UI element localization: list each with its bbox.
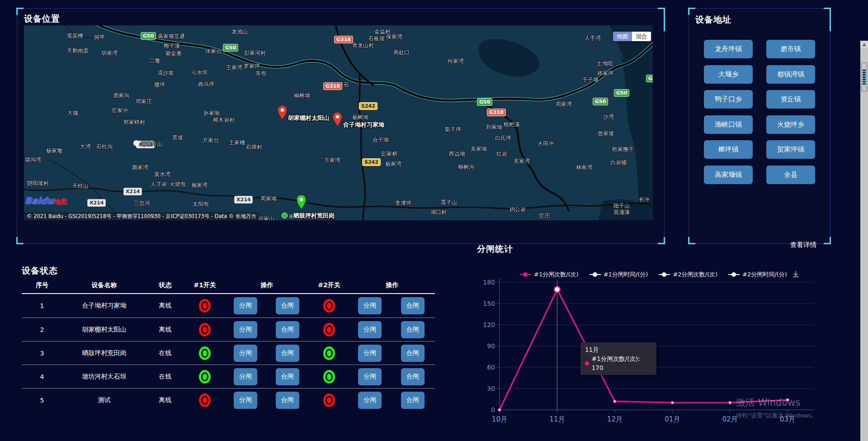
address-button-7[interactable]: 渔峡口镇 (704, 115, 753, 134)
map-place-label: 莲子山 (441, 199, 457, 206)
map-place-label: 邱家山 (258, 215, 274, 220)
indicator-dot (327, 303, 331, 309)
sw1-close-button[interactable]: 合闸 (276, 345, 299, 362)
sw2-open-button[interactable]: 分闸 (358, 368, 382, 385)
map-place-label: 樟木岩村 (213, 116, 235, 124)
map-place-label: 颜家湾 (132, 164, 148, 171)
map-attribution: © 2021 Baidu - GS(2019)5218号 - 甲测资字11009… (24, 212, 259, 220)
map-panel-title: 设备位置 (24, 13, 60, 25)
sw2-close-button[interactable]: 合闸 (401, 368, 425, 385)
address-button-11[interactable]: 高家堰镇 (704, 166, 753, 184)
road-badge-g318: G318 (487, 109, 506, 116)
column-header: 状态 (146, 281, 184, 289)
map-place-label: 彭家河村 (244, 49, 266, 57)
map-place-label: 笔架槽 (67, 32, 83, 40)
sw2-close-button[interactable]: 合闸 (401, 297, 425, 314)
sw2-open-button[interactable]: 分闸 (358, 392, 382, 409)
address-button-10[interactable]: 贺家坪镇 (766, 140, 815, 159)
baidu-logo: Baidu地图 (25, 195, 67, 206)
map-marker-pin[interactable] (277, 105, 288, 122)
sw1-open-button[interactable]: 分闸 (234, 321, 257, 338)
baidu-map[interactable]: 笔架槽洞坪天鹅抱蛋胡家湾高家堰互通梅子溪紫金寨张家台子彭家河村龙池山金益村石板坡… (24, 25, 653, 220)
scrollbar-up-arrow[interactable]: ▲ (860, 41, 868, 48)
scrollbar-track[interactable] (860, 41, 868, 441)
map-place-label: 方家台 (203, 137, 219, 144)
address-button-1[interactable]: 龙舟坪镇 (704, 40, 753, 58)
view-details-link[interactable]: 查看详情 (790, 241, 816, 249)
address-button-12[interactable]: 全县 (766, 166, 815, 184)
column-header: #2开关 (309, 281, 349, 289)
map-type-hybrid-button[interactable]: 混合 (632, 32, 651, 41)
road-badge-g50: G50 (223, 44, 238, 52)
address-button-5[interactable]: 鸭子口乡 (704, 90, 753, 109)
table-row: 4塘坊河村大石坝在线分闸合闸分闸合闸 (22, 365, 435, 388)
svg-text:10月: 10月 (492, 415, 507, 423)
map-place-label: 高家堰互通 (158, 33, 185, 40)
map-place-label: 流沙坡 (157, 69, 174, 77)
map-place-label: 青龙山村 (352, 42, 374, 49)
map-marker-pin[interactable] (332, 112, 343, 128)
indicator-dot (327, 350, 331, 356)
map-place-label: 林家湾 (576, 164, 592, 171)
sw1-open-button[interactable]: 分闸 (234, 297, 257, 314)
chart-section-title: 分闸统计 (477, 243, 513, 255)
sw2-open-button[interactable]: 分闸 (358, 321, 382, 338)
map-type-map-button[interactable]: 地图 (613, 32, 632, 41)
device-name: 塘坊河村大石坝 (62, 373, 146, 381)
device-status: 在线 (146, 373, 184, 381)
sw2 (309, 346, 349, 360)
sw2-open-button[interactable]: 分闸 (358, 297, 382, 314)
map-place-label: 胡家湾 (101, 49, 118, 57)
corner-accent (658, 237, 665, 244)
sw1-open-button[interactable]: 分闸 (234, 368, 257, 385)
address-button-9[interactable]: 榔坪镇 (704, 140, 753, 159)
sw1-close-button[interactable]: 合闸 (276, 297, 299, 314)
map-place-label: 王家棚 (229, 139, 245, 147)
scrollbar-thumb[interactable] (861, 62, 867, 91)
sw1 (184, 346, 225, 360)
switch-indicator-red (199, 323, 211, 337)
map-place-label: 长冲 (639, 196, 650, 204)
row-index: 5 (22, 397, 62, 404)
device-status: 离线 (146, 396, 184, 404)
road-badge-g318: G318 (334, 36, 353, 43)
row-index: 2 (22, 326, 62, 333)
sw1-close-button[interactable]: 合闸 (276, 368, 299, 385)
sw2-open-button[interactable]: 分闸 (358, 345, 382, 362)
sw1-open-button[interactable]: 分闸 (234, 345, 257, 362)
sw2-close-button[interactable]: 合闸 (401, 392, 425, 409)
map-place-label: 鸡公岩 (509, 206, 526, 213)
map-place-label: 合子坳 (373, 136, 389, 144)
sw2-close-button[interactable]: 合闸 (401, 345, 425, 362)
map-place-label: 泉水湾 (154, 171, 170, 178)
map-place-label: 梨子坪 (445, 126, 461, 133)
device-status: 离线 (146, 326, 184, 334)
device-address-panel: 设备地址 龙舟坪镇磨市镇大堰乡都镇湾镇鸭子口乡资丘镇渔峡口镇火烧坪乡榔坪镇贺家坪… (689, 8, 830, 244)
road-badge-g50: G50 (477, 98, 492, 106)
sw1-close-button[interactable]: 合闸 (276, 392, 299, 409)
address-button-4[interactable]: 都镇湾镇 (766, 65, 815, 84)
indicator-dot (203, 303, 207, 309)
device-name: 合子坳村习家坳 (62, 302, 146, 310)
switch-indicator-red (323, 323, 335, 337)
switch-indicator-green (323, 370, 335, 384)
map-place-label: 菖蒲溪 (613, 209, 630, 216)
svg-text:150: 150 (483, 300, 495, 307)
map-place-label: 路家坪 (597, 70, 613, 77)
sw2-close-button[interactable]: 合闸 (401, 321, 425, 338)
map-marker-pin[interactable] (296, 194, 307, 211)
address-button-6[interactable]: 资丘镇 (766, 90, 815, 109)
address-button-8[interactable]: 火烧坪乡 (766, 115, 815, 134)
sw1-close-button[interactable]: 合闸 (276, 321, 299, 338)
sw1-open-button[interactable]: 分闸 (234, 392, 257, 409)
address-button-2[interactable]: 磨市镇 (766, 40, 815, 58)
device-location-panel: 设备位置 笔架槽洞坪天鹅抱蛋胡家湾高家堰互通梅子溪紫金寨张家台子彭家河村龙池山金… (17, 8, 665, 244)
address-button-3[interactable]: 大堰乡 (704, 65, 753, 84)
map-place-label: 罗家坪 (244, 62, 260, 70)
corner-accent (16, 237, 24, 244)
column-header: #1开关 (184, 281, 225, 289)
map-place-label: 施家湾 (191, 181, 208, 189)
map-place-label: 二墩 (149, 57, 160, 65)
map-place-label: 湖口村 (430, 209, 447, 216)
indicator-dot (327, 397, 331, 403)
